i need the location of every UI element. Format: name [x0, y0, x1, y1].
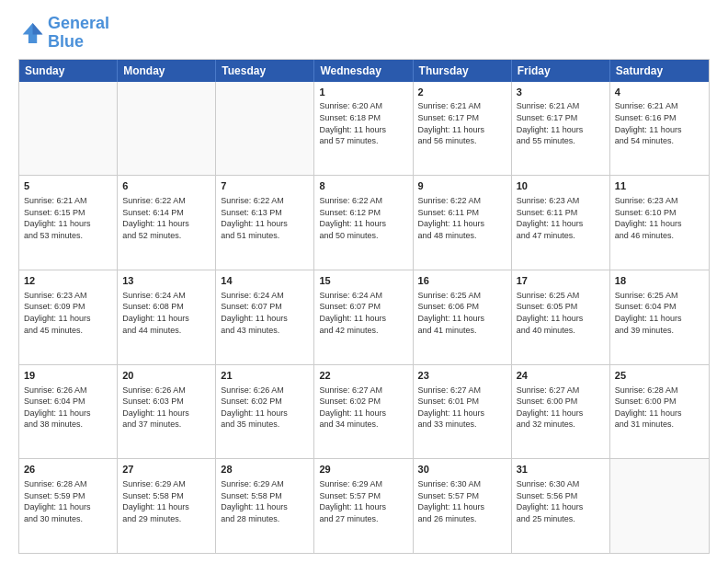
day-number: 30: [418, 463, 506, 477]
day-number: 16: [418, 274, 506, 288]
calendar-cell-empty-4-6: [610, 459, 709, 553]
day-number: 23: [418, 369, 506, 383]
calendar-cell-25: 25Sunrise: 6:28 AM Sunset: 6:00 PM Dayli…: [610, 365, 709, 459]
cell-info: Sunrise: 6:26 AM Sunset: 6:03 PM Dayligh…: [122, 385, 210, 431]
calendar-cell-19: 19Sunrise: 6:26 AM Sunset: 6:04 PM Dayli…: [19, 365, 118, 459]
calendar-cell-22: 22Sunrise: 6:27 AM Sunset: 6:02 PM Dayli…: [314, 365, 413, 459]
calendar-cell-4: 4Sunrise: 6:21 AM Sunset: 6:16 PM Daylig…: [610, 82, 709, 176]
cell-info: Sunrise: 6:25 AM Sunset: 6:06 PM Dayligh…: [418, 290, 506, 336]
calendar-cell-2: 2Sunrise: 6:21 AM Sunset: 6:17 PM Daylig…: [414, 82, 512, 176]
calendar-cell-31: 31Sunrise: 6:30 AM Sunset: 5:56 PM Dayli…: [512, 459, 610, 553]
calendar-cell-7: 7Sunrise: 6:22 AM Sunset: 6:13 PM Daylig…: [216, 176, 314, 270]
day-number: 24: [517, 369, 605, 383]
day-number: 28: [221, 463, 309, 477]
calendar-cell-15: 15Sunrise: 6:24 AM Sunset: 6:07 PM Dayli…: [314, 270, 413, 364]
cell-info: Sunrise: 6:27 AM Sunset: 6:01 PM Dayligh…: [418, 385, 506, 431]
weekday-header-saturday: Saturday: [610, 60, 709, 82]
cell-info: Sunrise: 6:25 AM Sunset: 6:04 PM Dayligh…: [615, 290, 704, 336]
day-number: 14: [221, 274, 309, 288]
calendar-cell-6: 6Sunrise: 6:22 AM Sunset: 6:14 PM Daylig…: [118, 176, 216, 270]
day-number: 27: [122, 463, 210, 477]
day-number: 29: [319, 463, 407, 477]
cell-info: Sunrise: 6:28 AM Sunset: 6:00 PM Dayligh…: [615, 385, 704, 431]
page: General Blue SundayMondayTuesdayWednesda…: [0, 0, 728, 563]
calendar-cell-11: 11Sunrise: 6:23 AM Sunset: 6:10 PM Dayli…: [610, 176, 709, 270]
day-number: 12: [24, 274, 112, 288]
day-number: 2: [418, 86, 506, 99]
cell-info: Sunrise: 6:21 AM Sunset: 6:17 PM Dayligh…: [517, 100, 605, 146]
day-number: 13: [122, 274, 210, 288]
weekday-header-sunday: Sunday: [19, 60, 118, 82]
calendar-cell-empty-0-0: [19, 82, 118, 176]
calendar-cell-3: 3Sunrise: 6:21 AM Sunset: 6:17 PM Daylig…: [512, 82, 610, 176]
cell-info: Sunrise: 6:26 AM Sunset: 6:04 PM Dayligh…: [24, 385, 112, 431]
calendar-cell-9: 9Sunrise: 6:22 AM Sunset: 6:11 PM Daylig…: [414, 176, 512, 270]
cell-info: Sunrise: 6:27 AM Sunset: 6:02 PM Dayligh…: [319, 385, 407, 431]
day-number: 15: [319, 274, 407, 288]
svg-marker-1: [33, 23, 43, 34]
cell-info: Sunrise: 6:30 AM Sunset: 5:57 PM Dayligh…: [418, 478, 506, 524]
weekday-header-wednesday: Wednesday: [314, 60, 413, 82]
cell-info: Sunrise: 6:26 AM Sunset: 6:02 PM Dayligh…: [221, 385, 309, 431]
cell-info: Sunrise: 6:24 AM Sunset: 6:07 PM Dayligh…: [319, 290, 407, 336]
weekday-header-thursday: Thursday: [414, 60, 512, 82]
calendar-cell-5: 5Sunrise: 6:21 AM Sunset: 6:15 PM Daylig…: [19, 176, 118, 270]
calendar-cell-26: 26Sunrise: 6:28 AM Sunset: 5:59 PM Dayli…: [19, 459, 118, 553]
weekday-header-friday: Friday: [512, 60, 610, 82]
day-number: 8: [319, 179, 407, 193]
cell-info: Sunrise: 6:23 AM Sunset: 6:09 PM Dayligh…: [24, 290, 112, 336]
weekday-header-tuesday: Tuesday: [216, 60, 314, 82]
cell-info: Sunrise: 6:30 AM Sunset: 5:56 PM Dayligh…: [517, 478, 605, 524]
cell-info: Sunrise: 6:21 AM Sunset: 6:15 PM Dayligh…: [24, 195, 112, 241]
day-number: 21: [221, 369, 309, 383]
cell-info: Sunrise: 6:23 AM Sunset: 6:10 PM Dayligh…: [615, 195, 704, 241]
calendar-header: SundayMondayTuesdayWednesdayThursdayFrid…: [19, 60, 709, 82]
day-number: 6: [122, 179, 210, 193]
cell-info: Sunrise: 6:22 AM Sunset: 6:12 PM Dayligh…: [319, 195, 407, 241]
logo: General Blue: [18, 15, 109, 52]
cell-info: Sunrise: 6:29 AM Sunset: 5:57 PM Dayligh…: [319, 478, 407, 524]
cell-info: Sunrise: 6:22 AM Sunset: 6:13 PM Dayligh…: [221, 195, 309, 241]
calendar-row-2: 12Sunrise: 6:23 AM Sunset: 6:09 PM Dayli…: [19, 270, 709, 364]
calendar-cell-17: 17Sunrise: 6:25 AM Sunset: 6:05 PM Dayli…: [512, 270, 610, 364]
day-number: 4: [615, 86, 704, 99]
calendar-row-1: 5Sunrise: 6:21 AM Sunset: 6:15 PM Daylig…: [19, 175, 709, 270]
calendar-cell-30: 30Sunrise: 6:30 AM Sunset: 5:57 PM Dayli…: [414, 459, 512, 553]
cell-info: Sunrise: 6:27 AM Sunset: 6:00 PM Dayligh…: [517, 385, 605, 431]
calendar-cell-21: 21Sunrise: 6:26 AM Sunset: 6:02 PM Dayli…: [216, 365, 314, 459]
cell-info: Sunrise: 6:22 AM Sunset: 6:11 PM Dayligh…: [418, 195, 506, 241]
cell-info: Sunrise: 6:23 AM Sunset: 6:11 PM Dayligh…: [517, 195, 605, 241]
calendar-row-3: 19Sunrise: 6:26 AM Sunset: 6:04 PM Dayli…: [19, 364, 709, 459]
logo-icon: [18, 20, 44, 46]
day-number: 22: [319, 369, 407, 383]
calendar: SundayMondayTuesdayWednesdayThursdayFrid…: [18, 59, 710, 554]
logo-text: General Blue: [48, 15, 109, 52]
calendar-cell-14: 14Sunrise: 6:24 AM Sunset: 6:07 PM Dayli…: [216, 270, 314, 364]
calendar-cell-13: 13Sunrise: 6:24 AM Sunset: 6:08 PM Dayli…: [118, 270, 216, 364]
weekday-header-monday: Monday: [118, 60, 216, 82]
calendar-cell-empty-0-1: [118, 82, 216, 176]
day-number: 25: [615, 369, 704, 383]
day-number: 18: [615, 274, 704, 288]
cell-info: Sunrise: 6:22 AM Sunset: 6:14 PM Dayligh…: [122, 195, 210, 241]
day-number: 26: [24, 463, 112, 477]
calendar-cell-8: 8Sunrise: 6:22 AM Sunset: 6:12 PM Daylig…: [314, 176, 413, 270]
calendar-cell-23: 23Sunrise: 6:27 AM Sunset: 6:01 PM Dayli…: [414, 365, 512, 459]
day-number: 10: [517, 179, 605, 193]
day-number: 7: [221, 179, 309, 193]
cell-info: Sunrise: 6:21 AM Sunset: 6:16 PM Dayligh…: [615, 100, 704, 146]
cell-info: Sunrise: 6:24 AM Sunset: 6:08 PM Dayligh…: [122, 290, 210, 336]
cell-info: Sunrise: 6:24 AM Sunset: 6:07 PM Dayligh…: [221, 290, 309, 336]
day-number: 11: [615, 179, 704, 193]
calendar-cell-28: 28Sunrise: 6:29 AM Sunset: 5:58 PM Dayli…: [216, 459, 314, 553]
calendar-cell-24: 24Sunrise: 6:27 AM Sunset: 6:00 PM Dayli…: [512, 365, 610, 459]
day-number: 1: [319, 86, 407, 99]
day-number: 19: [24, 369, 112, 383]
day-number: 3: [517, 86, 605, 99]
cell-info: Sunrise: 6:28 AM Sunset: 5:59 PM Dayligh…: [24, 478, 112, 524]
calendar-cell-27: 27Sunrise: 6:29 AM Sunset: 5:58 PM Dayli…: [118, 459, 216, 553]
calendar-cell-1: 1Sunrise: 6:20 AM Sunset: 6:18 PM Daylig…: [314, 82, 413, 176]
calendar-cell-16: 16Sunrise: 6:25 AM Sunset: 6:06 PM Dayli…: [414, 270, 512, 364]
cell-info: Sunrise: 6:25 AM Sunset: 6:05 PM Dayligh…: [517, 290, 605, 336]
cell-info: Sunrise: 6:20 AM Sunset: 6:18 PM Dayligh…: [319, 100, 407, 146]
